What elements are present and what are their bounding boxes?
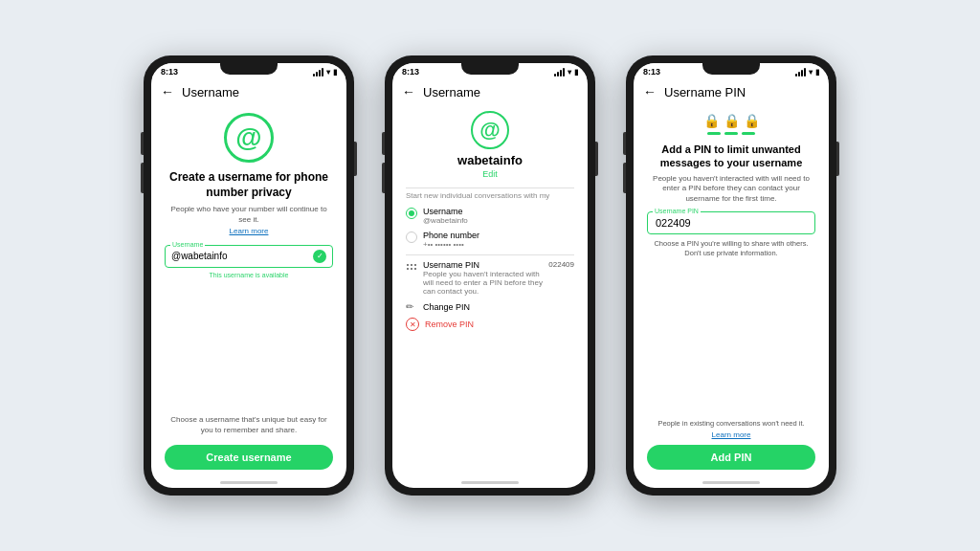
app-header-3: ← Username PIN (634, 78, 829, 105)
home-indicator-3 (702, 481, 760, 484)
remove-pin-row[interactable]: ✕ Remove PIN (406, 315, 574, 334)
option-username[interactable]: Username @wabetainfo (406, 204, 574, 228)
underline-decoration (707, 132, 755, 135)
pin-input-value: 022409 (656, 216, 807, 230)
option-phone[interactable]: Phone number +•• •••••• •••• (406, 228, 574, 252)
p3-hint-1: Choose a PIN you're willing to share wit… (654, 239, 808, 249)
lock-icons-row: 🔒 🔒 🔒 (703, 113, 760, 128)
create-username-title: Create a username for phone number priva… (165, 170, 333, 200)
change-pin-label[interactable]: Change PIN (423, 302, 470, 312)
pin-title: Username PIN (423, 260, 543, 270)
pin-subtitle: People you haven't interacted with will … (423, 270, 543, 296)
learn-more-link-3[interactable]: Learn more (712, 430, 751, 439)
back-button-1[interactable]: ← (161, 84, 174, 99)
signal-icon-1 (313, 68, 323, 77)
app-header-1: ← Username (151, 78, 346, 105)
option-username-title: Username (423, 207, 574, 216)
pin-input-label: Username PIN (653, 208, 701, 214)
battery-icon-2: ▮ (574, 68, 578, 77)
signal-icon-3 (795, 68, 806, 77)
learn-more-link-1[interactable]: Learn more (230, 227, 269, 235)
pin-input-group[interactable]: Username PIN 022409 (647, 211, 815, 234)
available-text: This username is available (210, 272, 289, 278)
radio-phone[interactable] (406, 231, 417, 243)
header-title-2: Username (423, 85, 480, 99)
remove-pin-label[interactable]: Remove PIN (425, 320, 474, 329)
username-input-group[interactable]: Username @wabetainfo ✓ (165, 245, 333, 268)
pin-row: Username PIN People you haven't interact… (406, 257, 574, 298)
status-time-3: 8:13 (643, 67, 660, 77)
pencil-icon: ✏ (406, 301, 417, 312)
p3-bottom-note: People in existing conversations won't n… (657, 419, 804, 429)
battery-icon-1: ▮ (333, 68, 337, 77)
back-button-2[interactable]: ← (402, 84, 415, 99)
wifi-icon-1: ▾ (326, 68, 330, 77)
radio-username[interactable] (406, 208, 417, 219)
p3-body: 🔒 🔒 🔒 Add a PIN to limit unwanted messag… (634, 105, 829, 477)
pin-badge: 022409 (548, 260, 574, 269)
home-indicator-1 (220, 481, 278, 484)
p2-section-label: Start new individual conversations with … (406, 191, 574, 200)
create-username-button[interactable]: Create username (165, 445, 333, 470)
p3-title: Add a PIN to limit unwanted messages to … (647, 143, 815, 170)
header-title-3: Username PIN (664, 85, 746, 99)
add-pin-button[interactable]: Add PIN (647, 445, 815, 470)
option-phone-title: Phone number (423, 231, 574, 240)
at-symbol-icon-2: @ (471, 111, 509, 149)
phone-1: 8:13 ▾ ▮ ← Username @ C (144, 55, 354, 496)
home-indicator-2 (461, 481, 519, 484)
dots-menu-icon (406, 261, 417, 273)
username-input-value: @wabetainfo (171, 251, 228, 261)
change-pin-row[interactable]: ✏ Change PIN (406, 298, 574, 315)
lock-icon-2: 🔒 (724, 113, 740, 128)
at-symbol-icon-1: @ (224, 113, 274, 163)
lock-icon-1: 🔒 (703, 113, 720, 128)
p2-body: @ wabetainfo Edit Start new individual c… (392, 105, 588, 477)
lock-icon-3: 🔒 (744, 113, 760, 128)
username-input-label: Username (170, 241, 205, 248)
remove-icon: ✕ (406, 318, 419, 331)
phone-2: 8:13 ▾ ▮ ← Username @ wabetainfo Edit (385, 55, 595, 496)
p3-subtitle: People you haven't interacted with will … (647, 174, 815, 204)
wifi-icon-3: ▾ (809, 68, 813, 77)
battery-icon-3: ▮ (815, 68, 819, 77)
back-button-3[interactable]: ← (643, 84, 657, 99)
wifi-icon-2: ▾ (568, 68, 571, 77)
option-phone-subtitle: +•• •••••• •••• (423, 240, 574, 249)
option-username-subtitle: @wabetainfo (423, 216, 574, 225)
status-time-2: 8:13 (402, 67, 419, 77)
phone-3: 8:13 ▾ ▮ ← Username PIN 🔒 🔒 (626, 55, 836, 496)
p1-subtitle: People who have your number will continu… (165, 205, 333, 225)
signal-icon-2 (554, 68, 565, 77)
p2-username: wabetainfo (457, 153, 523, 167)
p1-body: @ Create a username for phone number pri… (151, 105, 346, 477)
header-title-1: Username (182, 85, 239, 99)
p3-hint-2: Don't use private information. (684, 249, 777, 258)
check-icon: ✓ (313, 250, 326, 263)
bottom-hint-1: Choose a username that's unique but easy… (165, 409, 333, 441)
status-time-1: 8:13 (161, 67, 178, 77)
p2-edit-link[interactable]: Edit (482, 169, 498, 179)
app-header-2: ← Username (392, 78, 588, 105)
